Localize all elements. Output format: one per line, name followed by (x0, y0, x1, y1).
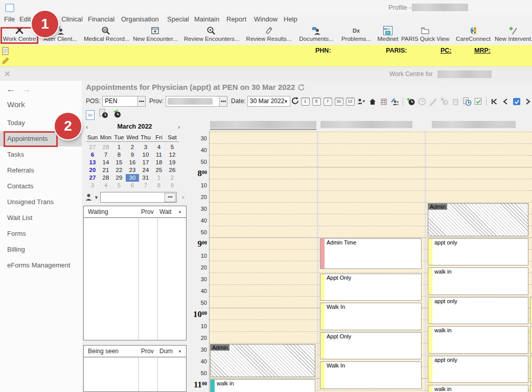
note-icon[interactable] (2, 46, 9, 57)
calendar-day[interactable]: 1 (152, 174, 166, 182)
sidebar-item-eforms-management[interactable]: eForms Management (0, 258, 82, 273)
calendar-day[interactable]: 8 (152, 182, 166, 189)
calendar-day[interactable]: 16 (126, 159, 139, 166)
schedule-grid[interactable]: 3040508001020304050900102030405010001020… (188, 120, 532, 392)
calendar-day[interactable]: 10 (139, 151, 152, 159)
appointment-slot[interactable]: walk in (428, 385, 528, 392)
refresh-schedule-icon[interactable] (291, 96, 299, 107)
schedule-5-day-icon[interactable]: 5 (312, 97, 321, 106)
person-caret-icon[interactable]: ▼ (94, 195, 99, 200)
medical-record-button[interactable]: @Medical Record... (84, 25, 128, 44)
careconnect-button[interactable]: CareConnect (453, 25, 494, 44)
menu-special[interactable]: Special (167, 15, 189, 23)
calendar-day[interactable]: 3 (139, 143, 152, 151)
sidebar-item-wait-list[interactable]: Wait List (0, 210, 82, 226)
appointment-slot[interactable] (530, 385, 532, 392)
sidebar-item-referrals[interactable]: Referrals (0, 163, 82, 178)
medinet-button[interactable]: mnRxMedinet (376, 25, 400, 44)
appointment-slot[interactable] (530, 356, 532, 383)
new-encounter-button[interactable]: New Encounter... (131, 25, 180, 44)
sidebar-item-contacts[interactable]: Contacts (0, 179, 82, 194)
calendar-day[interactable]: 28 (99, 174, 112, 182)
calendar-day[interactable]: 6 (86, 151, 99, 159)
calendar-day[interactable]: 1 (112, 143, 126, 151)
client-search-lookup-button[interactable]: ••• (165, 193, 176, 202)
back-arrow-icon[interactable]: ← (6, 84, 16, 95)
calendar-day[interactable]: 2 (166, 174, 179, 182)
menu-help[interactable]: Help (284, 15, 297, 23)
refresh-title-icon[interactable] (297, 84, 305, 93)
calendar-day[interactable]: 6 (126, 182, 139, 189)
calendar-day[interactable]: 23 (126, 166, 139, 174)
banner-field-mrp[interactable]: MRP: (474, 47, 491, 54)
person-icon[interactable] (85, 193, 92, 203)
calendar-day[interactable]: 13 (86, 159, 99, 166)
calendar-day[interactable]: 11 (152, 151, 166, 159)
calendar-day[interactable]: 14 (99, 159, 112, 166)
edit-pencil-icon[interactable] (2, 57, 9, 67)
problems-button[interactable]: DxProblems... (338, 25, 375, 44)
admin-block[interactable]: Admin (210, 344, 315, 377)
appointment-slot[interactable]: appt only (428, 356, 528, 383)
pos-input[interactable]: PEN (102, 96, 138, 107)
calendar-day[interactable]: 15 (112, 159, 126, 166)
sort-ascending-icon[interactable]: ▲ (178, 209, 182, 214)
review-encounters-button[interactable]: Review Encounters... (184, 25, 238, 44)
document-time-icon[interactable] (99, 109, 108, 120)
new-appointment-icon[interactable] (406, 97, 415, 106)
calendar-day[interactable]: 5 (166, 143, 179, 151)
calendar-day[interactable]: 29 (112, 174, 126, 182)
pos-lookup-button[interactable]: ••• (137, 96, 146, 107)
calendar-day[interactable]: 20 (86, 166, 99, 174)
appointment-slot[interactable]: appt only (428, 297, 528, 325)
review-results-button[interactable]: Review Results... (245, 25, 292, 44)
banner-field-pc[interactable]: PC: (441, 47, 452, 54)
calendar-day[interactable]: 3 (86, 182, 99, 189)
calendar-day[interactable]: 7 (139, 182, 152, 189)
facility-icon[interactable] (379, 97, 388, 106)
prov-column[interactable]: Prov (141, 348, 154, 355)
calendar-day[interactable]: 22 (112, 166, 126, 174)
calendar-next-icon[interactable]: › (178, 124, 180, 131)
calendar-day[interactable]: 4 (152, 143, 166, 151)
calendar-day[interactable]: 2 (126, 143, 139, 151)
scan-document-icon[interactable]: Sc (86, 109, 95, 120)
sort-ascending-icon[interactable]: ▲ (178, 349, 182, 353)
home-icon[interactable] (368, 97, 377, 106)
close-icon[interactable]: ✕ (4, 69, 11, 79)
appointment-slot[interactable]: Admin Time (320, 238, 422, 269)
provider-menu-icon[interactable]: ▼ (357, 97, 366, 106)
appointment-slot[interactable]: walk in (210, 379, 315, 392)
prov-input[interactable] (166, 96, 220, 107)
new-intervent-button[interactable]: New Intervent... (495, 25, 531, 44)
appointment-slot[interactable]: appt only (428, 238, 528, 266)
calendar-day[interactable]: 17 (139, 159, 152, 166)
calendar-day[interactable]: 28 (99, 143, 112, 151)
appointment-slot[interactable]: walk in (428, 326, 528, 354)
calendar-day[interactable]: 18 (152, 159, 166, 166)
sidebar-item-billing[interactable]: Billing (0, 242, 82, 257)
forward-arrow-icon[interactable]: → (21, 84, 31, 95)
date-select[interactable]: 30 Mar 2022▼ (247, 96, 290, 107)
menu-window[interactable]: Window (254, 15, 277, 23)
calendar-day[interactable]: 27 (86, 143, 99, 151)
menu-clinical[interactable]: Clinical (61, 15, 83, 23)
schedule-12-month-icon[interactable]: 12 (345, 97, 355, 106)
calendar-day[interactable]: 4 (99, 182, 112, 189)
calendar-day[interactable]: 7 (99, 151, 112, 159)
waiting-table-header[interactable]: Waiting Prov Wait ▲ (84, 206, 186, 218)
calendar-day[interactable]: 25 (152, 166, 166, 174)
appointment-slot[interactable]: walk in (428, 267, 528, 295)
waiting-table[interactable]: Waiting Prov Wait ▲ (83, 206, 187, 340)
select-record-icon[interactable] (512, 97, 521, 106)
sidebar-item-forms[interactable]: Forms (0, 226, 82, 241)
durn-column[interactable]: Durn (159, 348, 173, 355)
appointment-slot[interactable]: Walk In (320, 361, 422, 389)
calendar-day[interactable]: 9 (126, 151, 139, 159)
calendar-day[interactable]: 5 (112, 182, 126, 189)
being-seen-column[interactable]: Being seen (88, 348, 119, 355)
next-record-icon[interactable] (523, 97, 532, 106)
appointment-slot[interactable] (530, 326, 532, 354)
appointment-slot[interactable]: Walk In (320, 303, 422, 330)
first-record-icon[interactable] (490, 97, 499, 106)
